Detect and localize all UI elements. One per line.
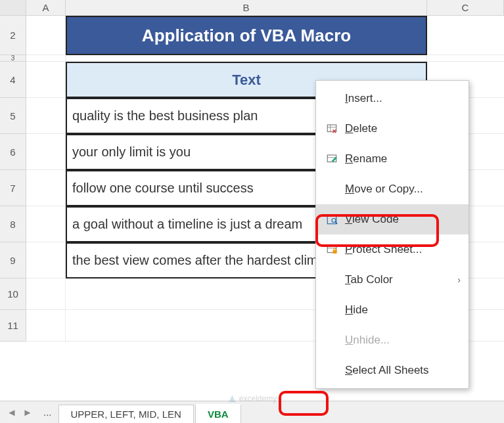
row-header-2[interactable]: 2 (0, 16, 26, 55)
column-headers: A B C (0, 0, 504, 16)
menu-label: Select All Sheets (345, 364, 429, 377)
sheet-nav-prev[interactable]: ◄ (5, 405, 18, 420)
cell-a9[interactable] (26, 242, 66, 278)
sheet-tab-upper[interactable]: UPPER, LEFT, MID, LEN (58, 405, 194, 423)
svg-rect-10 (333, 250, 337, 254)
cell-a11[interactable] (26, 310, 66, 342)
menu-item-protect-sheet[interactable]: Protect Sheet... (316, 234, 469, 265)
cell-a7[interactable] (26, 170, 66, 206)
cell-a8[interactable] (26, 206, 66, 242)
menu-label: Tab Color (345, 273, 393, 286)
menu-label: View Code (345, 213, 399, 226)
menu-item-view-code[interactable]: View Code (316, 204, 469, 234)
sheet-nav-next[interactable]: ► (21, 405, 34, 420)
menu-item-tab-color[interactable]: Tab Color› (316, 265, 469, 295)
viewcode-icon (323, 213, 341, 225)
menu-item-rename[interactable]: Rename (316, 144, 469, 174)
sheet-tab-bar: ◄ ► ... UPPER, LEFT, MID, LEN VBA (0, 401, 504, 423)
chevron-right-icon: › (457, 275, 461, 285)
menu-item-delete[interactable]: Delete (316, 114, 469, 144)
row-header-6[interactable]: 6 (0, 134, 26, 170)
cell-a6[interactable] (26, 134, 66, 170)
select-all-corner[interactable] (0, 0, 26, 15)
cell-b3[interactable] (66, 55, 427, 62)
sheet-context-menu: Insert...DeleteRenameMove or Copy...View… (315, 80, 469, 389)
row-header-10[interactable]: 10 (0, 278, 26, 310)
row-header-8[interactable]: 8 (0, 206, 26, 242)
cell-a5[interactable] (26, 98, 66, 134)
sheet-nav-ellipsis[interactable]: ... (43, 407, 52, 418)
menu-label: Rename (345, 152, 387, 166)
row-header-7[interactable]: 7 (0, 170, 26, 206)
menu-item-unhide: Unhide... (316, 325, 469, 355)
cell-a10[interactable] (26, 278, 66, 310)
row-header-9[interactable]: 9 (0, 242, 26, 278)
menu-label: Insert... (345, 92, 382, 105)
menu-label: Protect Sheet... (345, 243, 422, 256)
menu-item-hide[interactable]: Hide (316, 295, 469, 325)
menu-label: Unhide... (345, 334, 390, 347)
protect-icon (323, 244, 341, 256)
delete-icon (323, 123, 341, 135)
sheet-tab-vba[interactable]: VBA (195, 404, 241, 423)
cell-a3[interactable] (26, 55, 66, 62)
menu-item-move-or-copy[interactable]: Move or Copy... (316, 174, 469, 204)
cell-c2[interactable] (427, 16, 504, 55)
cell-c3[interactable] (427, 55, 504, 62)
menu-label: Delete (345, 122, 377, 135)
col-header-b[interactable]: B (66, 0, 427, 15)
svg-point-6 (332, 219, 336, 223)
row-header-11[interactable]: 11 (0, 310, 26, 342)
menu-label: Move or Copy... (345, 183, 423, 196)
rename-icon (323, 153, 341, 165)
row-header-4[interactable]: 4 (0, 62, 26, 98)
title-cell[interactable]: Application of VBA Macro (66, 16, 427, 55)
menu-item-insert[interactable]: Insert... (316, 83, 469, 114)
cell-a2[interactable] (26, 16, 66, 55)
row-header-5[interactable]: 5 (0, 98, 26, 134)
row-header-3[interactable]: 3 (0, 55, 26, 62)
menu-label: Hide (345, 303, 368, 317)
cell-a4[interactable] (26, 62, 66, 98)
col-header-c[interactable]: C (427, 0, 504, 15)
col-header-a[interactable]: A (26, 0, 66, 15)
menu-item-select-all-sheets[interactable]: Select All Sheets (316, 355, 469, 386)
